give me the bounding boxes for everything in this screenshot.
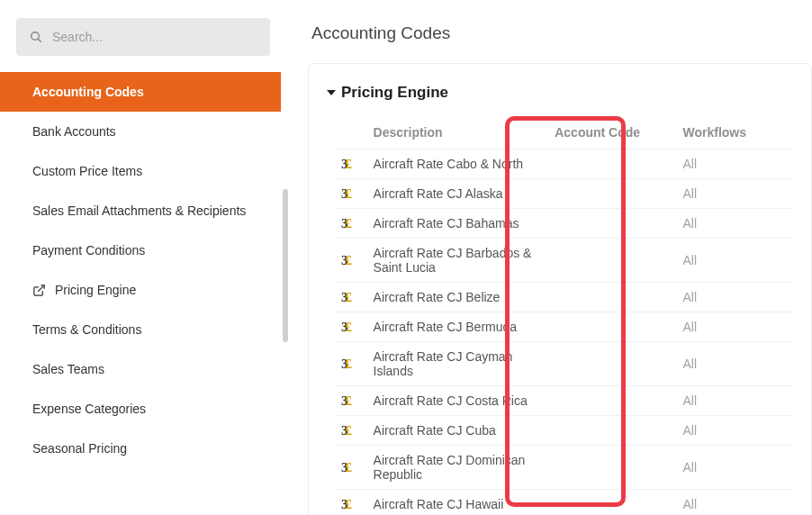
search-box[interactable] xyxy=(16,18,270,56)
panel-title: Pricing Engine xyxy=(341,84,448,102)
sidebar-item-label: Seasonal Pricing xyxy=(32,441,127,456)
sidebar-item-label: Sales Email Attachments & Recipients xyxy=(32,203,246,218)
sidebar-item-label: Accounting Codes xyxy=(32,85,144,99)
cell-account-code[interactable] xyxy=(547,179,675,209)
panel-body: Description Account Code Workflows 3£Air… xyxy=(309,116,811,515)
cell-description: Aircraft Rate CJ Bahamas xyxy=(366,209,548,239)
rate-icon: 3£ xyxy=(341,217,350,230)
main-content: Accounting Codes Pricing Engine Descript… xyxy=(290,0,812,515)
cell-account-code[interactable] xyxy=(547,446,675,490)
cell-workflows[interactable]: All xyxy=(676,446,793,490)
sidebar-item-label: Sales Teams xyxy=(32,362,104,376)
cell-workflows[interactable]: All xyxy=(676,283,793,312)
svg-line-2 xyxy=(38,285,44,291)
cell-workflows[interactable]: All xyxy=(676,149,793,179)
cell-account-code[interactable] xyxy=(547,283,675,312)
sidebar-item-label: Bank Accounts xyxy=(32,124,116,139)
cell-description: Aircraft Rate CJ Alaska xyxy=(366,179,548,209)
table-row[interactable]: 3£Aircraft Rate CJ Dominican RepublicAll xyxy=(334,446,793,490)
cell-workflows[interactable]: All xyxy=(676,386,793,416)
rate-icon: 3£ xyxy=(341,254,350,267)
rate-icon: 3£ xyxy=(341,187,350,201)
caret-down-icon xyxy=(327,88,336,97)
sidebar-item-sales-email-attachments-recipients[interactable]: Sales Email Attachments & Recipients xyxy=(0,191,281,230)
sidebar-scrollbar[interactable] xyxy=(283,189,288,342)
rate-icon: 3£ xyxy=(341,357,350,371)
cell-description: Aircraft Rate CJ Dominican Republic xyxy=(366,446,548,490)
table-row[interactable]: 3£Aircraft Rate CJ BermudaAll xyxy=(334,312,793,342)
table-header-row: Description Account Code Workflows xyxy=(334,116,793,149)
col-description: Description xyxy=(366,116,548,149)
cell-account-code[interactable] xyxy=(547,149,675,179)
svg-line-1 xyxy=(38,39,41,41)
cell-workflows[interactable]: All xyxy=(676,312,793,342)
cell-workflows[interactable]: All xyxy=(676,209,793,239)
sidebar-item-terms-conditions[interactable]: Terms & Conditions xyxy=(0,310,281,349)
cell-workflows[interactable]: All xyxy=(676,416,793,446)
rate-icon: 3£ xyxy=(341,291,350,304)
sidebar-item-label: Pricing Engine xyxy=(55,283,136,297)
rate-icon: 3£ xyxy=(341,424,350,438)
sidebar-nav: Accounting CodesBank AccountsCustom Pric… xyxy=(0,72,281,468)
accounting-codes-table: Description Account Code Workflows 3£Air… xyxy=(334,116,793,515)
col-account-code: Account Code xyxy=(547,116,675,149)
sidebar-item-label: Custom Price Items xyxy=(32,164,142,178)
cell-description: Aircraft Rate CJ Costa Rica xyxy=(366,386,548,416)
table-row[interactable]: 3£Aircraft Rate CJ Cayman IslandsAll xyxy=(334,342,793,386)
cell-workflows[interactable]: All xyxy=(676,239,793,283)
table-row[interactable]: 3£Aircraft Rate CJ HawaiiAll xyxy=(334,490,793,516)
cell-workflows[interactable]: All xyxy=(676,179,793,209)
svg-marker-3 xyxy=(327,90,336,95)
sidebar-item-accounting-codes[interactable]: Accounting Codes xyxy=(0,72,281,112)
table-row[interactable]: 3£Aircraft Rate CJ AlaskaAll xyxy=(334,179,793,209)
cell-account-code[interactable] xyxy=(547,209,675,239)
cell-workflows[interactable]: All xyxy=(676,342,793,386)
sidebar-item-label: Payment Conditions xyxy=(32,243,145,258)
sidebar-item-bank-accounts[interactable]: Bank Accounts xyxy=(0,112,281,151)
cell-description: Aircraft Rate CJ Bermuda xyxy=(366,312,548,342)
cell-description: Aircraft Rate CJ Belize xyxy=(366,283,548,312)
sidebar-item-label: Expense Categories xyxy=(32,402,146,416)
sidebar-item-label: Terms & Conditions xyxy=(32,322,141,337)
cell-description: Aircraft Rate CJ Barbados & Saint Lucia xyxy=(366,239,548,283)
page-title: Accounting Codes xyxy=(311,23,812,43)
sidebar-item-custom-price-items[interactable]: Custom Price Items xyxy=(0,151,281,191)
table-row[interactable]: 3£Aircraft Rate CJ BelizeAll xyxy=(334,283,793,312)
external-link-icon xyxy=(32,284,46,297)
table-row[interactable]: 3£Aircraft Rate CJ Barbados & Saint Luci… xyxy=(334,239,793,283)
rate-icon: 3£ xyxy=(341,394,350,408)
table-row[interactable]: 3£Aircraft Rate Cabo & NorthAll xyxy=(334,149,793,179)
sidebar-item-pricing-engine[interactable]: Pricing Engine xyxy=(0,270,281,310)
pricing-engine-panel: Pricing Engine Description Account Code … xyxy=(308,63,812,515)
col-workflows: Workflows xyxy=(676,116,793,149)
sidebar-item-payment-conditions[interactable]: Payment Conditions xyxy=(0,230,281,270)
table-row[interactable]: 3£Aircraft Rate CJ CubaAll xyxy=(334,416,793,446)
sidebar-item-sales-teams[interactable]: Sales Teams xyxy=(0,349,281,389)
sidebar-item-seasonal-pricing[interactable]: Seasonal Pricing xyxy=(0,429,281,468)
cell-description: Aircraft Rate CJ Cayman Islands xyxy=(366,342,548,386)
cell-description: Aircraft Rate CJ Cuba xyxy=(366,416,548,446)
cell-description: Aircraft Rate CJ Hawaii xyxy=(366,490,548,516)
table-row[interactable]: 3£Aircraft Rate CJ BahamasAll xyxy=(334,209,793,239)
panel-header[interactable]: Pricing Engine xyxy=(309,84,811,116)
rate-icon: 3£ xyxy=(341,498,350,511)
cell-account-code[interactable] xyxy=(547,342,675,386)
table-row[interactable]: 3£Aircraft Rate CJ Costa RicaAll xyxy=(334,386,793,416)
cell-account-code[interactable] xyxy=(547,416,675,446)
cell-account-code[interactable] xyxy=(547,386,675,416)
search-icon xyxy=(29,30,43,44)
cell-workflows[interactable]: All xyxy=(676,490,793,516)
search-input[interactable] xyxy=(52,30,257,44)
rate-icon: 3£ xyxy=(341,158,350,171)
cell-account-code[interactable] xyxy=(547,490,675,516)
rate-icon: 3£ xyxy=(341,321,350,334)
rate-icon: 3£ xyxy=(341,461,350,474)
cell-account-code[interactable] xyxy=(547,312,675,342)
sidebar-item-expense-categories[interactable]: Expense Categories xyxy=(0,389,281,429)
sidebar: Accounting CodesBank AccountsCustom Pric… xyxy=(0,0,290,515)
cell-description: Aircraft Rate Cabo & North xyxy=(366,149,548,179)
cell-account-code[interactable] xyxy=(547,239,675,283)
